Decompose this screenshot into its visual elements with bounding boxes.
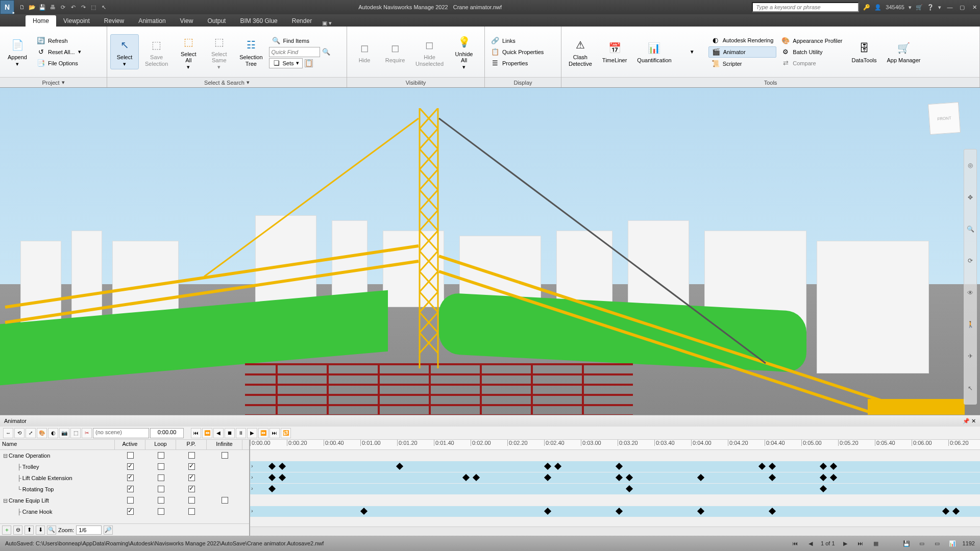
sets-manage-icon[interactable]: 📋 xyxy=(305,59,313,67)
perf-disk-icon[interactable]: 💾 xyxy=(901,539,912,548)
panel-select-label[interactable]: Select & Search ▾ xyxy=(107,77,347,87)
keyframe[interactable] xyxy=(697,474,704,481)
loop-checkbox[interactable] xyxy=(158,486,164,492)
qat-save-icon[interactable]: 💾 xyxy=(38,3,47,12)
keyframe[interactable] xyxy=(462,474,470,481)
ani-color-icon[interactable]: 🎨 xyxy=(37,428,47,438)
col-loop[interactable]: Loop xyxy=(145,440,176,449)
tree-row[interactable]: ⊟Crane Equip Lift xyxy=(0,495,249,506)
3d-viewport[interactable]: FRONT ◎ ✥ 🔍 ⟳ 👁 🚶 ✈ ↖ xyxy=(0,88,980,415)
tab-viewpoint[interactable]: Viewpoint xyxy=(56,15,97,27)
infinite-checkbox[interactable] xyxy=(222,452,228,459)
rewind-icon[interactable]: ⏮ xyxy=(191,428,201,438)
keyframe[interactable] xyxy=(942,508,949,515)
loop-checkbox[interactable] xyxy=(158,474,164,481)
properties-button[interactable]: ☰Properties xyxy=(488,58,558,68)
nav-wheel-icon[interactable]: ◎ xyxy=(968,162,973,169)
exchange-icon[interactable]: 🛒 xyxy=(916,4,923,11)
app-manager-button[interactable]: 🛒App Manager xyxy=(883,38,924,65)
timeline-row[interactable]: › xyxy=(250,461,980,472)
select-same-button[interactable]: ⬚Select Same▾ xyxy=(205,32,233,71)
tab-view[interactable]: View xyxy=(173,15,201,27)
user-menu-dropdown[interactable]: ▾ xyxy=(909,4,912,11)
select-all-button[interactable]: ⬚Select All▾ xyxy=(174,32,203,71)
nav-fly-icon[interactable]: ✈ xyxy=(968,353,973,360)
keyframe[interactable] xyxy=(396,463,403,470)
keyframe[interactable] xyxy=(820,463,827,470)
quick-find-go-icon[interactable]: 🔍 xyxy=(322,48,330,56)
keyframe[interactable] xyxy=(769,508,776,515)
tree-row[interactable]: ├Trolley xyxy=(0,461,249,472)
memory-icon[interactable]: 📊 xyxy=(947,539,958,548)
links-button[interactable]: 🔗Links xyxy=(488,36,558,46)
zoom-in-button[interactable]: 🔍 xyxy=(47,525,56,535)
col-name[interactable]: Name xyxy=(0,440,115,449)
select-button[interactable]: ↖Select▾ xyxy=(110,34,139,69)
pp-checkbox[interactable] xyxy=(188,508,195,515)
maximize-button[interactable]: ▢ xyxy=(957,2,968,12)
keyframe[interactable] xyxy=(820,485,827,492)
play-back-icon[interactable]: ◀ xyxy=(213,428,224,438)
tab-render[interactable]: Render xyxy=(285,15,319,27)
step-fwd-icon[interactable]: ⏩ xyxy=(258,428,268,438)
qat-redo-icon[interactable]: ↷ xyxy=(79,3,88,12)
keyframe[interactable] xyxy=(830,463,837,470)
refresh-button[interactable]: 🔄Refresh xyxy=(34,36,84,46)
keyframe[interactable] xyxy=(268,463,276,470)
hide-button[interactable]: ◻Hide xyxy=(350,38,379,65)
batch-utility-button[interactable]: ⚙Batch Utility xyxy=(778,47,845,57)
active-checkbox[interactable] xyxy=(127,474,134,481)
quick-find-input[interactable] xyxy=(269,47,320,57)
timeline-row[interactable] xyxy=(250,495,980,506)
help-icon[interactable]: ❔ xyxy=(927,4,934,11)
file-options-button[interactable]: 📑File Options xyxy=(34,58,84,68)
tab-review[interactable]: Review xyxy=(97,15,131,27)
infocenter-icon[interactable]: 🔑 xyxy=(863,4,870,11)
nav-walk-icon[interactable]: 🚶 xyxy=(967,321,974,328)
quick-properties-button[interactable]: 📋Quick Properties xyxy=(488,47,558,57)
user-icon[interactable]: 👤 xyxy=(874,4,881,11)
viewcube[interactable]: FRONT xyxy=(928,102,961,135)
autodesk-rendering-button[interactable]: ◐Autodesk Rendering xyxy=(708,35,777,45)
scene-dropdown[interactable]: (no scene) xyxy=(93,428,149,438)
keyframe[interactable] xyxy=(769,463,776,470)
qat-select-icon[interactable]: ⬚ xyxy=(89,3,98,12)
next-sheet-icon[interactable]: ▶ xyxy=(840,539,850,548)
keyframe[interactable] xyxy=(830,474,837,481)
nav-zoom-icon[interactable]: 🔍 xyxy=(967,226,974,233)
reset-all-button[interactable]: ↺Reset All... ▾ xyxy=(34,47,84,57)
animator-button[interactable]: 🎬Animator xyxy=(708,46,777,58)
pp-checkbox[interactable] xyxy=(188,463,195,470)
keyframe[interactable] xyxy=(279,474,286,481)
keyframe[interactable] xyxy=(616,508,623,515)
last-sheet-icon[interactable]: ⏭ xyxy=(855,539,866,548)
selection-tree-button[interactable]: ☷Selection Tree xyxy=(235,35,266,68)
timeline-row[interactable]: › xyxy=(250,484,980,495)
nav-select-icon[interactable]: ↖ xyxy=(968,385,973,392)
append-button[interactable]: 📄 Append▾ xyxy=(3,35,32,68)
sets-dropdown[interactable]: ❏Sets ▾ xyxy=(269,58,303,68)
find-items-button[interactable]: 🔍Find Items xyxy=(269,36,330,46)
unhide-all-button[interactable]: 💡Unhide All▾ xyxy=(450,32,478,71)
tree-row[interactable]: ├Crane Hook xyxy=(0,506,249,517)
keyframe[interactable] xyxy=(279,463,286,470)
keyframe[interactable] xyxy=(820,474,827,481)
quantification-button[interactable]: 📊Quantification xyxy=(633,38,675,65)
qat-print-icon[interactable]: 🖶 xyxy=(48,3,57,12)
loop-toggle-icon[interactable]: 🔁 xyxy=(281,428,291,438)
qat-new-icon[interactable]: 🗋 xyxy=(17,3,27,12)
keyframe[interactable] xyxy=(544,508,551,515)
zoom-input[interactable] xyxy=(76,525,102,535)
active-checkbox[interactable] xyxy=(127,508,134,515)
ani-translate-icon[interactable]: ↔ xyxy=(3,428,13,438)
tab-output[interactable]: Output xyxy=(200,15,233,27)
pause-icon[interactable]: ⏸ xyxy=(236,428,246,438)
keyframe[interactable] xyxy=(769,474,776,481)
qat-refresh-icon[interactable]: ⟳ xyxy=(58,3,67,12)
ani-section-icon[interactable]: ✂ xyxy=(82,428,92,438)
loop-checkbox[interactable] xyxy=(158,497,164,504)
perf-proc-icon[interactable]: ▭ xyxy=(917,539,927,548)
panel-project-label[interactable]: Project ▾ xyxy=(0,77,107,87)
tree-row[interactable]: ├Lift Cable Extension xyxy=(0,472,249,484)
scripter-button[interactable]: 📜Scripter xyxy=(708,59,777,69)
